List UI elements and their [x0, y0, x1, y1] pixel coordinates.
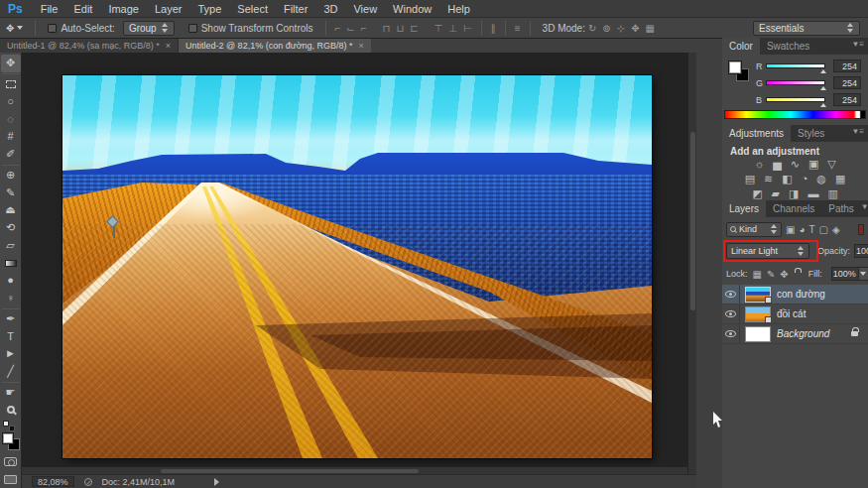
invert-icon[interactable]: ◩ — [752, 188, 762, 199]
slider-marker-icon[interactable] — [820, 103, 826, 107]
fill-dropdown-button[interactable] — [859, 267, 868, 281]
canvas-area[interactable]: 82,08% Doc: 2,41M/10,1M — [22, 53, 696, 488]
menu-view[interactable]: View — [345, 3, 385, 15]
filter-adjustment-layers-icon[interactable]: ◕ — [799, 224, 805, 235]
auto-select-mode-dropdown[interactable]: Group — [123, 21, 175, 36]
scrollbar-thumb[interactable] — [161, 469, 419, 473]
foreground-background-colors[interactable] — [2, 432, 20, 450]
red-value-field[interactable]: 254 — [833, 60, 861, 72]
layer-row-doi-cat[interactable]: đồi cát — [722, 305, 868, 324]
fill-field[interactable]: 100% — [831, 267, 868, 281]
spot-healing-brush-tool[interactable]: ⊕ — [1, 167, 21, 184]
align-horizontal-centers-icon[interactable]: ⌙ — [343, 23, 357, 34]
adobe-drive-icon[interactable] — [84, 478, 92, 486]
gradient-map-icon[interactable]: ▬ — [807, 188, 818, 199]
panel-menu-icon[interactable]: ▼≡ — [861, 200, 868, 217]
distribute-middle-icon[interactable]: ⊥ — [445, 23, 460, 34]
zoom-tool[interactable] — [1, 401, 21, 419]
pen-tool[interactable]: ✒ — [1, 310, 21, 328]
layer-name[interactable]: con đường — [777, 289, 825, 300]
brush-tool[interactable]: ✎ — [1, 183, 21, 201]
curves-icon[interactable]: ∿ — [791, 159, 800, 170]
menu-select[interactable]: Select — [229, 3, 276, 15]
status-options-arrow-icon[interactable] — [214, 478, 219, 486]
lock-position-icon[interactable]: ✥ — [780, 269, 788, 280]
menu-help[interactable]: Help — [439, 3, 478, 15]
auto-select-checkbox[interactable] — [48, 24, 57, 33]
3d-scale-icon[interactable]: ▦ — [643, 23, 658, 34]
horizontal-scrollbar[interactable] — [22, 466, 687, 474]
threshold-icon[interactable]: ◨ — [789, 188, 799, 199]
3d-slide-icon[interactable]: ✥ — [628, 23, 642, 34]
align-bottom-edges-icon[interactable]: ⊏ — [407, 23, 421, 34]
distribute-vertical-icon[interactable]: ≡ — [512, 23, 524, 34]
history-brush-tool[interactable]: ⟲ — [1, 219, 21, 237]
hue-saturation-icon[interactable]: ▤ — [745, 174, 755, 184]
panel-menu-icon[interactable]: ▼≡ — [851, 38, 868, 55]
quick-selection-tool[interactable]: ◌ — [1, 110, 21, 128]
color-balance-icon[interactable]: ≋ — [764, 174, 773, 184]
3d-orbit-icon[interactable]: ↻ — [585, 23, 599, 34]
slider-marker-icon[interactable] — [820, 86, 826, 90]
green-value-field[interactable]: 254 — [833, 76, 861, 89]
zoom-level-field[interactable]: 82,08% — [32, 476, 74, 487]
type-tool[interactable]: T — [1, 327, 21, 345]
photo-filter-icon[interactable]: ◔ — [802, 174, 808, 184]
foreground-color-swatch[interactable] — [728, 61, 742, 74]
fill-value[interactable]: 100% — [831, 267, 859, 281]
tab-untitled-2[interactable]: Untitled-2 @ 82,1% (con đường, RGB/8) * … — [179, 39, 371, 53]
blue-value-field[interactable]: 254 — [833, 93, 861, 106]
tab-untitled-1[interactable]: Untitled-1 @ 82,4% (sa mạc, RGB/8) * × — [0, 39, 179, 53]
menu-type[interactable]: Type — [190, 3, 230, 15]
filter-smart-objects-icon[interactable]: ◈ — [832, 224, 840, 235]
levels-icon[interactable]: ▅ — [773, 159, 781, 170]
blue-slider[interactable] — [766, 97, 825, 102]
layer-row-con-duong[interactable]: con đường — [722, 285, 868, 305]
tool-preset-picker[interactable]: ✥ — [0, 23, 29, 34]
tab-adjustments[interactable]: Adjustments — [722, 125, 791, 142]
menu-window[interactable]: Window — [385, 3, 439, 15]
channel-mixer-icon[interactable]: ◍ — [816, 174, 826, 184]
distribute-top-icon[interactable]: ⊤ — [432, 23, 446, 34]
layer-thumbnail[interactable] — [745, 326, 771, 342]
posterize-icon[interactable]: ▰ — [772, 188, 780, 199]
close-icon[interactable]: × — [359, 41, 364, 51]
align-top-edges-icon[interactable]: ⊓ — [380, 23, 394, 34]
align-right-edges-icon[interactable]: ⌐ — [358, 23, 370, 34]
red-slider[interactable] — [766, 63, 825, 68]
tab-color[interactable]: Color — [722, 38, 760, 55]
dodge-tool[interactable]: ♀ — [1, 290, 21, 307]
close-icon[interactable]: × — [166, 41, 171, 51]
menu-filter[interactable]: Filter — [276, 3, 315, 15]
path-selection-tool[interactable]: ► — [1, 345, 21, 363]
quick-mask-button[interactable] — [1, 453, 21, 471]
hand-tool[interactable]: ☛ — [1, 384, 21, 402]
color-swatch-widget[interactable] — [728, 61, 752, 84]
crop-tool[interactable]: # — [1, 128, 21, 146]
tab-styles[interactable]: Styles — [791, 125, 831, 142]
blur-tool[interactable]: ● — [1, 272, 21, 290]
align-vertical-centers-icon[interactable]: ⊔ — [393, 23, 407, 34]
eyedropper-tool[interactable]: ✐ — [1, 146, 21, 164]
lasso-tool[interactable]: ○ — [1, 93, 21, 111]
foreground-color-swatch[interactable] — [2, 432, 14, 444]
eraser-tool[interactable]: ▱ — [1, 237, 21, 255]
rectangular-marquee-tool[interactable] — [1, 75, 21, 93]
visibility-toggle[interactable] — [722, 324, 740, 343]
color-spectrum-ramp[interactable] — [724, 110, 866, 119]
green-slider[interactable] — [766, 80, 825, 85]
menu-image[interactable]: Image — [100, 3, 147, 15]
3d-pan-icon[interactable]: ⊹ — [614, 23, 628, 34]
filter-kind-dropdown[interactable]: Kind — [726, 222, 782, 237]
screen-mode-button[interactable] — [1, 470, 21, 488]
document-image-desert-road[interactable] — [62, 75, 652, 458]
exposure-icon[interactable]: ▣ — [808, 159, 818, 170]
layer-thumbnail[interactable] — [745, 306, 771, 322]
blend-mode-dropdown[interactable]: Linear Light — [726, 243, 809, 259]
menu-3d[interactable]: 3D — [315, 3, 345, 15]
visibility-toggle[interactable] — [722, 285, 740, 304]
opacity-field[interactable]: 100% — [854, 244, 868, 258]
layer-thumbnail[interactable] — [745, 287, 771, 303]
filter-shape-layers-icon[interactable]: ▢ — [819, 224, 828, 235]
move-tool[interactable]: ✥ — [1, 55, 21, 72]
